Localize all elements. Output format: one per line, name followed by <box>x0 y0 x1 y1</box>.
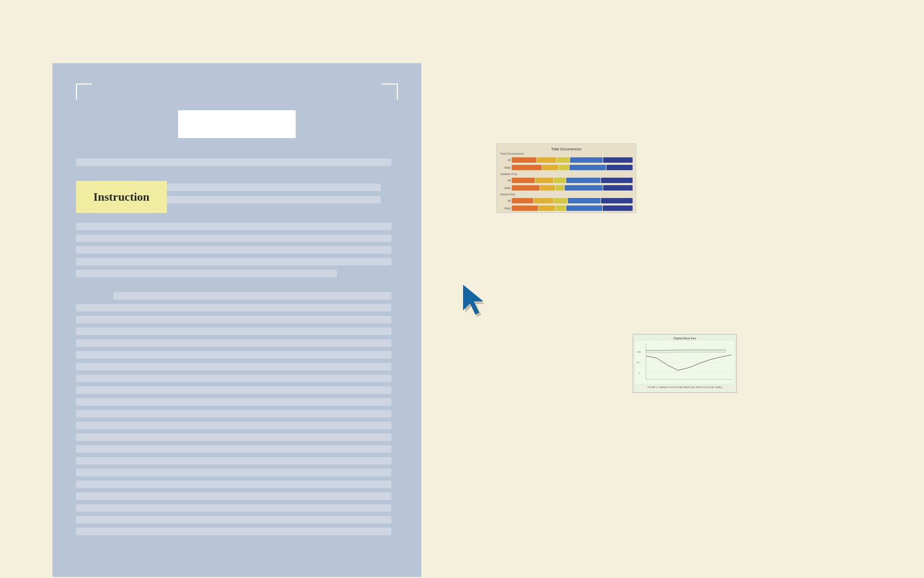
document-line <box>76 422 391 429</box>
bar-row-label: Early <box>500 166 511 169</box>
bar-segment <box>512 178 535 183</box>
bar-segment <box>554 198 567 203</box>
document-line <box>76 469 391 476</box>
document-line <box>167 184 381 191</box>
instruction-label: Instruction <box>76 181 167 213</box>
bar-segment <box>512 165 542 170</box>
bar-segment <box>534 198 553 203</box>
bar-track <box>512 157 633 163</box>
instruction-text: Instruction <box>93 190 149 204</box>
bar-segment <box>556 206 566 211</box>
line-chart-subtitle: FIGURE 4: CHANGE IN SOIL ATTACHMENT (ALL… <box>635 386 734 389</box>
document-line <box>76 528 391 535</box>
bar-segment <box>542 165 559 170</box>
document-line <box>167 196 381 203</box>
bar-row: Early <box>500 185 633 191</box>
bar-row-label: All <box>500 199 511 202</box>
bar-segment <box>566 178 601 183</box>
bar-segment <box>557 157 569 163</box>
bar-track <box>512 178 633 183</box>
document-line <box>76 398 391 406</box>
document-line <box>76 351 391 359</box>
bar-chart-groups: Total OccurrencesAllEarlyJawless OnlyAll… <box>500 152 633 211</box>
document-line <box>76 339 391 347</box>
bar-section-label: Jawed Only <box>500 193 633 196</box>
document-line <box>76 258 391 265</box>
svg-text:-50: -50 <box>636 361 640 364</box>
bar-row-label: Early <box>500 186 511 189</box>
bar-segment <box>537 157 557 163</box>
corner-mark-tr <box>382 83 398 100</box>
bar-segment <box>566 206 603 211</box>
bar-segment <box>568 198 601 203</box>
bar-segment <box>603 206 633 211</box>
bar-segment <box>606 165 633 170</box>
document-line <box>76 457 391 465</box>
title-box <box>178 110 296 138</box>
bar-section-label: Total Occurrences <box>500 152 633 155</box>
document-line <box>76 270 337 277</box>
document-line <box>76 492 391 500</box>
bar-segment <box>554 178 566 183</box>
bar-segment <box>603 185 633 191</box>
bar-row: Early <box>500 165 633 170</box>
document-line <box>76 481 391 488</box>
bar-segment <box>540 185 555 191</box>
bar-row-label: Early <box>500 207 511 210</box>
bar-segment <box>556 185 564 191</box>
document-line <box>76 363 391 370</box>
bar-segment <box>569 165 606 170</box>
bar-segment <box>565 185 603 191</box>
document-line <box>76 304 391 311</box>
bar-segment <box>512 185 540 191</box>
bar-segment <box>601 198 633 203</box>
document-line <box>76 158 391 166</box>
document-line <box>76 246 391 254</box>
bar-row: All <box>500 178 633 183</box>
bar-segment <box>603 157 633 163</box>
bar-segment <box>535 178 553 183</box>
document-line <box>76 375 391 382</box>
bar-chart: Total OccurrencesTotal OccurrencesAllEar… <box>496 143 636 213</box>
bar-segment <box>538 206 555 211</box>
bar-segment <box>512 206 538 211</box>
bar-segment <box>570 157 603 163</box>
document-line <box>76 516 391 523</box>
document: Instruction <box>52 63 421 577</box>
document-line <box>76 504 391 512</box>
bar-chart-title: Total Occurrences <box>500 147 633 151</box>
document-line <box>76 316 391 323</box>
bar-track <box>512 198 633 203</box>
document-line <box>76 234 391 242</box>
bar-row: All <box>500 157 633 163</box>
bar-track <box>512 165 633 170</box>
line-chart-svg: -100 -50 0 <box>635 341 734 384</box>
bar-row-label: All <box>500 179 511 182</box>
document-line <box>76 328 391 335</box>
bar-row: Early <box>500 206 633 211</box>
bar-track <box>512 185 633 191</box>
document-line <box>76 434 391 441</box>
document-line <box>76 445 391 453</box>
bar-row-label: All <box>500 158 511 162</box>
line-chart-title: Original (blue) lines <box>635 337 734 340</box>
bar-segment <box>559 165 569 170</box>
bar-segment <box>601 178 633 183</box>
document-line <box>76 386 391 394</box>
bar-row: All <box>500 198 633 203</box>
line-chart: Original (blue) lines -100 -50 0 FIGURE … <box>633 334 737 393</box>
document-line <box>113 292 391 300</box>
svg-text:-100: -100 <box>636 351 641 353</box>
bar-segment <box>512 198 533 203</box>
document-line <box>76 223 391 230</box>
bar-segment <box>512 157 536 163</box>
bar-section-label: Jawless Only <box>500 172 633 176</box>
bar-track <box>512 206 633 211</box>
document-line <box>76 410 391 417</box>
corner-mark-tl <box>76 83 92 100</box>
